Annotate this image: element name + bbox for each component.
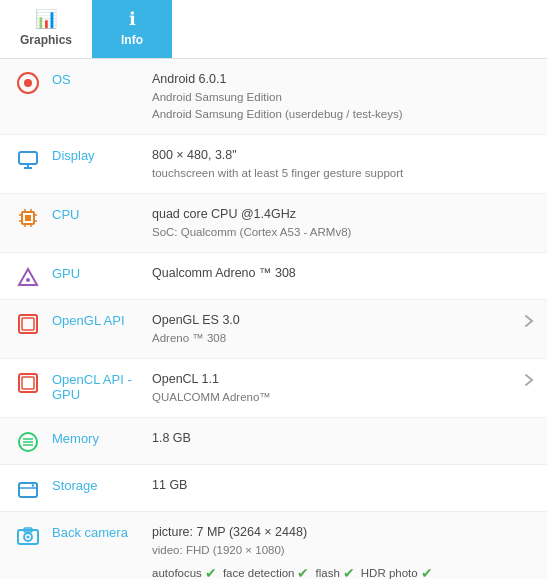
svg-rect-25 <box>19 483 37 497</box>
svg-rect-6 <box>25 215 31 221</box>
opencl-value: OpenCL 1.1QUALCOMM Adreno™ <box>152 370 513 406</box>
opengl-sub-0: Adreno ™ 308 <box>152 330 513 347</box>
spec-list: OSAndroid 6.0.1Android Samsung EditionAn… <box>0 59 547 579</box>
display-value: 800 × 480, 3.8"touchscreen with at least… <box>152 146 537 182</box>
opengl-chevron-icon <box>521 313 537 333</box>
storage-label: Storage <box>52 476 152 493</box>
spec-row-display: Display800 × 480, 3.8"touchscreen with a… <box>0 135 547 194</box>
back-camera-value: picture: 7 MP (3264 × 2448)video: FHD (1… <box>152 523 537 579</box>
tab-info[interactable]: ℹ Info <box>92 0 172 58</box>
memory-label: Memory <box>52 429 152 446</box>
tab-bar: 📊 Graphics ℹ Info <box>0 0 547 59</box>
display-label: Display <box>52 146 152 163</box>
feature-flash: flash ✔ <box>315 563 354 579</box>
opencl-main-value: OpenCL 1.1 <box>152 370 513 389</box>
os-label: OS <box>52 70 152 87</box>
svg-marker-15 <box>19 269 37 285</box>
feature-autofocus: autofocus ✔ <box>152 563 217 579</box>
feature-label: autofocus <box>152 565 202 579</box>
svg-rect-18 <box>22 318 34 330</box>
feature-HDR-photo: HDR photo ✔ <box>361 563 433 579</box>
checkmark-icon: ✔ <box>205 563 217 579</box>
spec-row-gpu: GPUQualcomm Adreno ™ 308 <box>0 253 547 300</box>
opencl-chevron-icon <box>521 372 537 392</box>
feature-face-detection: face detection ✔ <box>223 563 310 579</box>
spec-row-cpu: CPUquad core CPU @1.4GHzSoC: Qualcomm (C… <box>0 194 547 253</box>
spec-row-opencl[interactable]: OpenCL API - GPUOpenCL 1.1QUALCOMM Adren… <box>0 359 547 418</box>
tab-graphics-label: Graphics <box>20 33 72 47</box>
tab-graphics[interactable]: 📊 Graphics <box>0 0 92 58</box>
display-main-value: 800 × 480, 3.8" <box>152 146 537 165</box>
back-camera-icon <box>10 525 46 547</box>
svg-point-16 <box>26 278 30 282</box>
spec-row-os: OSAndroid 6.0.1Android Samsung EditionAn… <box>0 59 547 135</box>
display-icon <box>10 148 46 170</box>
checkmark-icon: ✔ <box>421 563 433 579</box>
cpu-main-value: quad core CPU @1.4GHz <box>152 205 537 224</box>
feature-label: face detection <box>223 565 295 579</box>
svg-rect-2 <box>19 152 37 164</box>
spec-row-opengl[interactable]: OpenGL APIOpenGL ES 3.0Adreno ™ 308 <box>0 300 547 359</box>
os-sub-1: Android Samsung Edition (userdebug / tes… <box>152 106 537 123</box>
opengl-label: OpenGL API <box>52 311 152 328</box>
svg-point-30 <box>27 536 30 539</box>
back-camera-features: autofocus ✔face detection ✔flash ✔HDR ph… <box>152 563 537 579</box>
info-icon: ℹ <box>129 8 136 30</box>
spec-row-memory: Memory1.8 GB <box>0 418 547 465</box>
display-sub-0: touchscreen with at least 5 finger gestu… <box>152 165 537 182</box>
opencl-icon <box>10 372 46 394</box>
os-icon <box>10 72 46 94</box>
gpu-label: GPU <box>52 264 152 281</box>
feature-label: HDR photo <box>361 565 418 579</box>
opengl-value: OpenGL ES 3.0Adreno ™ 308 <box>152 311 513 347</box>
checkmark-icon: ✔ <box>297 563 309 579</box>
os-value: Android 6.0.1Android Samsung EditionAndr… <box>152 70 537 123</box>
storage-value: 11 GB <box>152 476 537 495</box>
feature-label: flash <box>315 565 339 579</box>
storage-main-value: 11 GB <box>152 476 537 495</box>
spec-row-storage: Storage11 GB <box>0 465 547 512</box>
opengl-main-value: OpenGL ES 3.0 <box>152 311 513 330</box>
gpu-icon <box>10 266 46 288</box>
svg-point-1 <box>24 79 32 87</box>
back-camera-sub-0: video: FHD (1920 × 1080) <box>152 542 537 559</box>
svg-point-27 <box>32 485 34 487</box>
back-camera-label: Back camera <box>52 523 152 540</box>
os-sub-0: Android Samsung Edition <box>152 89 537 106</box>
memory-main-value: 1.8 GB <box>152 429 537 448</box>
opencl-label: OpenCL API - GPU <box>52 370 152 402</box>
storage-icon <box>10 478 46 500</box>
graphics-icon: 📊 <box>35 8 57 30</box>
tab-info-label: Info <box>121 33 143 47</box>
cpu-icon <box>10 207 46 229</box>
opengl-icon <box>10 313 46 335</box>
gpu-main-value: Qualcomm Adreno ™ 308 <box>152 264 537 283</box>
back-camera-main-value: picture: 7 MP (3264 × 2448) <box>152 523 537 542</box>
svg-rect-20 <box>22 377 34 389</box>
cpu-value: quad core CPU @1.4GHzSoC: Qualcomm (Cort… <box>152 205 537 241</box>
gpu-value: Qualcomm Adreno ™ 308 <box>152 264 537 283</box>
cpu-label: CPU <box>52 205 152 222</box>
spec-row-back-camera: Back camerapicture: 7 MP (3264 × 2448)vi… <box>0 512 547 579</box>
opencl-sub-0: QUALCOMM Adreno™ <box>152 389 513 406</box>
cpu-sub-0: SoC: Qualcomm (Cortex A53 - ARMv8) <box>152 224 537 241</box>
memory-value: 1.8 GB <box>152 429 537 448</box>
checkmark-icon: ✔ <box>343 563 355 579</box>
os-main-value: Android 6.0.1 <box>152 70 537 89</box>
memory-icon <box>10 431 46 453</box>
